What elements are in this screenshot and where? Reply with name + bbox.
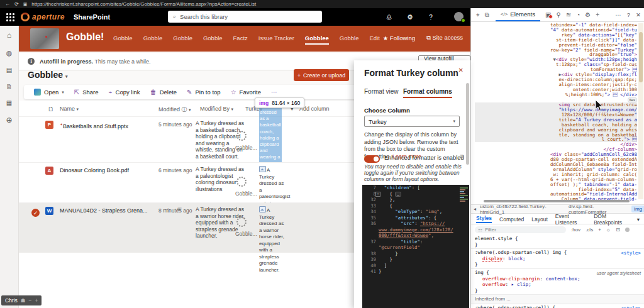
site-logo-image[interactable]: [30, 28, 59, 49]
search-input[interactable]: ⌕ Search this library: [168, 11, 322, 23]
file-name[interactable]: ✦Basketballs and Stuff.pptx: [60, 121, 128, 130]
column-header-modified[interactable]: Modified ⓘ ▾: [158, 106, 191, 114]
nav-item-4[interactable]: Factz: [233, 35, 248, 45]
styles-tabs-chevron-icon[interactable]: ▾: [637, 216, 640, 223]
minus-icon[interactable]: −: [28, 297, 31, 304]
plus-icon[interactable]: +: [35, 297, 38, 304]
nav-item-0[interactable]: Gobble: [113, 35, 133, 45]
nav-item-1[interactable]: Gobble: [143, 35, 163, 45]
following-button[interactable]: ★ Following: [383, 35, 415, 41]
url-text[interactable]: https://thechriskent.sharepoint.com/site…: [31, 1, 256, 7]
nav-item-7[interactable]: Gobble: [340, 35, 359, 45]
create-icon[interactable]: ⊕: [6, 116, 12, 124]
command-delete[interactable]: 🗑Delete: [150, 89, 177, 96]
breadcrumb-2[interactable]: img: [631, 206, 644, 212]
styles-tab-layout[interactable]: Layout: [531, 216, 548, 223]
globe-icon[interactable]: ◍: [6, 49, 13, 57]
elements-tree[interactable]: tabindex="-1" data-field-index="4" data-…: [475, 23, 637, 201]
tab-format-columns[interactable]: Format columns: [403, 88, 452, 98]
stylesheet-link[interactable]: <style>: [621, 305, 641, 308]
fold-icon[interactable]: +: [375, 192, 380, 197]
nav-item-2[interactable]: Gobble: [173, 35, 192, 45]
back-icon[interactable]: ←: [5, 1, 10, 7]
tab-elements[interactable]: </>Elements: [496, 8, 540, 21]
home-icon[interactable]: ⌂: [7, 31, 11, 40]
file-name[interactable]: Dinosaur Coloring Book.pdf: [60, 167, 129, 174]
panel-close-icon[interactable]: ✕: [458, 67, 464, 74]
css-rule[interactable]: :where(.odsp-spartan-cell) img {<style>d…: [471, 249, 644, 269]
command-open[interactable]: Open▾: [34, 89, 64, 96]
command-favorite[interactable]: ☆Favorite: [231, 89, 261, 96]
enhanced-formatter-toggle[interactable]: [364, 155, 380, 163]
tenant-logo-text[interactable]: aperture: [32, 13, 65, 21]
news-icon[interactable]: ▤: [6, 67, 12, 74]
elements-horizontal-scrollbar[interactable]: [476, 200, 635, 203]
stylesheet-link[interactable]: <style>: [621, 250, 641, 256]
device-toolbar-icon[interactable]: ⧉: [485, 11, 489, 19]
css-property[interactable]: overflow-clip-margin: content-box;: [475, 276, 641, 282]
styles-filter-input[interactable]: ⚏Filter: [475, 226, 566, 233]
doc-type-column-icon[interactable]: 🗋: [48, 106, 54, 113]
nav-item-3[interactable]: Gobble: [203, 35, 223, 45]
library-title[interactable]: Gobblee ▾: [28, 70, 67, 80]
filter-token[interactable]: +: [598, 227, 601, 233]
css-rule[interactable]: img {user agent stylesheetoverflow-clip-…: [471, 269, 644, 295]
styles-rules[interactable]: element.style {}:where(.odsp-spartan-cel…: [471, 235, 644, 308]
column-select[interactable]: Turkey▾: [364, 116, 460, 127]
css-property[interactable]: overflow: ▸ clip;: [475, 282, 641, 288]
network-icon[interactable]: ≋: [566, 11, 571, 18]
styles-tab-event-listeners[interactable]: Event Listeners: [555, 213, 586, 226]
styles-tab-dom-breakpoints[interactable]: DOM Breakpoints: [594, 213, 630, 226]
tab-format-view[interactable]: Format view: [364, 88, 398, 97]
column-header-modified-by[interactable]: Modified By ▾: [200, 106, 233, 112]
panel-scrollbar[interactable]: [466, 83, 469, 165]
bell-icon[interactable]: 🕭: [385, 13, 394, 21]
more-tools-icon[interactable]: +: [596, 11, 599, 18]
selected-check-icon[interactable]: ✓: [31, 209, 40, 217]
command-overflow[interactable]: ⋯: [271, 89, 277, 96]
lamp-icon[interactable]: ☼: [606, 227, 611, 233]
refresh-icon[interactable]: ⟳: [14, 1, 19, 7]
filter-token[interactable]: .cls: [586, 227, 593, 233]
nav-item-6[interactable]: Gobblee: [305, 35, 329, 45]
modified-by-person[interactable]: Gobble...: [235, 231, 257, 238]
dom-line[interactable]: %;height:100%;">  </div>: [475, 92, 637, 97]
fold-ellipsis[interactable]: …: [395, 192, 401, 197]
crumb-back-icon[interactable]: ◂: [474, 206, 476, 212]
devtools-help-icon[interactable]: ?: [627, 11, 630, 18]
document-icon[interactable]: 🗎: [6, 83, 13, 90]
nav-item-5[interactable]: Issue Tracker: [258, 35, 294, 45]
gear-icon[interactable]: ⚙: [406, 13, 414, 21]
file-name[interactable]: MANUAL04D2 - Strapless Grena...: [60, 207, 148, 214]
css-rule[interactable]: element.style {}: [471, 235, 644, 249]
issues-icon[interactable]: ▣: [545, 11, 551, 18]
modified-by-person[interactable]: Gobble...: [235, 145, 257, 151]
command-pin-to-top[interactable]: ✎Pin to top: [187, 89, 221, 96]
debug-icon[interactable]: ⚲: [556, 11, 560, 18]
command-share[interactable]: ⇱Share: [74, 89, 99, 96]
devtools-menu-icon[interactable]: ⋯: [615, 11, 621, 18]
selected-dom-node[interactable]: <img src data-untrusted-src="https://www…: [475, 102, 637, 142]
performance-icon[interactable]: ◔: [576, 11, 580, 18]
styles-tab-styles[interactable]: Styles: [476, 215, 492, 223]
devtools-vertical-scrollbar[interactable]: [638, 23, 643, 199]
expand-editor-icon[interactable]: ⧉: [460, 153, 464, 160]
breadcrumb-0[interactable]: ustom_cb4fb722.field-Turkey-htmlGrid_1: [480, 204, 565, 215]
site-title[interactable]: Gobble!: [66, 31, 104, 43]
product-name[interactable]: SharePoint: [74, 13, 110, 21]
devtools-close-icon[interactable]: ✕: [636, 11, 641, 18]
column-header-name[interactable]: Name ▾: [60, 106, 79, 112]
site-access-button[interactable]: ⧉ Site access: [426, 34, 463, 41]
lists-icon[interactable]: ▦: [6, 99, 12, 106]
layout-icon[interactable]: ⊡: [616, 227, 620, 233]
json-code-editor[interactable]: 7 "children": [8+ { …32 },33 {34 "elmTyp…: [362, 185, 469, 308]
dom-line[interactable]: l court."> : [475, 137, 637, 142]
modified-by-person[interactable]: Gobble...: [235, 190, 257, 197]
css-rule[interactable]: :where(.odsp-spartan-cell) {<style>box-s…: [471, 304, 644, 308]
create-or-upload-button[interactable]: +Create or upload: [294, 69, 349, 81]
css-property[interactable]: display: block;: [475, 256, 641, 262]
nav-item-8[interactable]: Edit: [369, 35, 379, 45]
filter-token[interactable]: :hov: [571, 227, 580, 233]
help-icon[interactable]: ?: [426, 14, 435, 21]
inspect-element-icon[interactable]: ⌖: [476, 11, 480, 19]
